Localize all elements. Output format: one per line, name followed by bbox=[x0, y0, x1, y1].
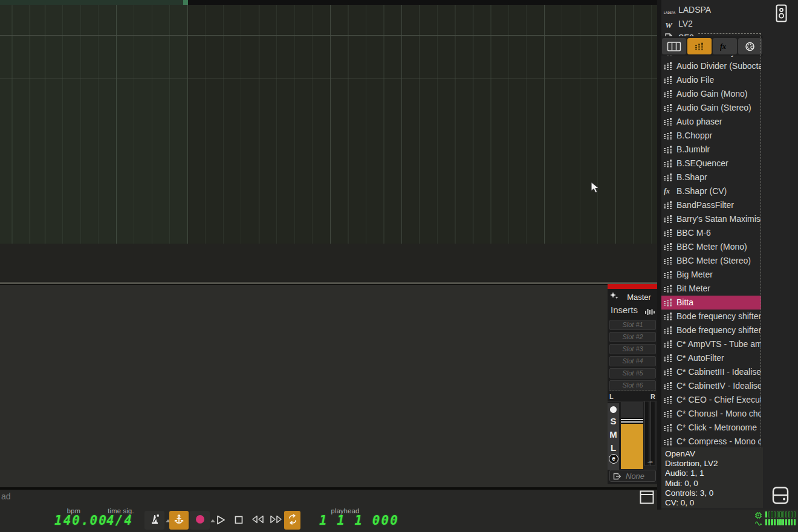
channel-color-bar bbox=[608, 284, 658, 289]
insert-slot[interactable]: Slot #3 bbox=[609, 344, 656, 354]
protocol-list-item[interactable]: W LV2 bbox=[661, 17, 763, 31]
levels-icon bbox=[664, 395, 672, 406]
plugin-list-item[interactable]: BBC Meter (Mono) bbox=[661, 240, 761, 254]
plugin-name: Big Meter bbox=[676, 270, 713, 279]
plugin-list-item[interactable]: B.Shapr bbox=[661, 170, 761, 184]
plugin-list-item[interactable]: Big Meter bbox=[661, 268, 761, 282]
plugin-list-item[interactable]: B.Choppr bbox=[661, 129, 761, 143]
bpm-display[interactable]: 140.00 bbox=[54, 513, 108, 528]
stop-button[interactable] bbox=[233, 514, 244, 528]
plugin-list-item[interactable]: Barry's Satan Maximiser bbox=[661, 212, 761, 226]
protocol-list-item[interactable]: LADSPA LADSPA bbox=[661, 3, 763, 17]
meter-segment bbox=[768, 519, 770, 525]
meter-segment bbox=[782, 511, 784, 517]
insert-slot[interactable]: Slot #5 bbox=[609, 368, 656, 378]
play-button[interactable] bbox=[215, 514, 227, 528]
insert-slot[interactable]: Slot #1 bbox=[609, 320, 656, 330]
plugin-list-item[interactable]: C* AutoFilter bbox=[661, 351, 761, 365]
meter-segment bbox=[765, 519, 767, 525]
meter-segment bbox=[765, 511, 767, 517]
window-icon[interactable] bbox=[640, 490, 655, 507]
meter-segment bbox=[777, 511, 779, 517]
plugin-list-item[interactable]: Audio Gain (Mono) bbox=[661, 87, 761, 101]
plugin-browser-panel: LADSPA LADSPA W LV2 SF2 Artificial laten… bbox=[657, 0, 798, 510]
solo-button[interactable]: S bbox=[608, 416, 619, 426]
browser-tab[interactable]: fx bbox=[713, 38, 737, 54]
levels-icon bbox=[664, 340, 672, 351]
scenes-band: Scenes bbox=[0, 244, 657, 282]
meter-segment bbox=[791, 511, 793, 517]
meter-segment bbox=[768, 511, 770, 517]
plugin-list-item[interactable]: B.SEQuencer bbox=[661, 157, 761, 170]
channel-name[interactable]: Master bbox=[623, 293, 655, 302]
plugin-list-item[interactable]: BBC Meter (Stereo) bbox=[661, 254, 761, 268]
browser-tab[interactable] bbox=[662, 38, 686, 54]
levels-icon bbox=[664, 256, 672, 267]
meter-min-label: -∞ bbox=[647, 459, 652, 465]
plugin-list-item[interactable]: C* CEO - Chief Executive bbox=[661, 393, 761, 407]
panel-resize-handle[interactable] bbox=[657, 0, 661, 510]
record-dropdown-caret[interactable] bbox=[210, 519, 215, 522]
volume-fader[interactable] bbox=[621, 402, 643, 469]
ladspa-icon: LADSPA bbox=[664, 5, 673, 16]
slot-drop-area[interactable] bbox=[609, 390, 656, 391]
loop-button[interactable] bbox=[284, 511, 300, 530]
plugin-info-line: CV: 0, 0 bbox=[665, 498, 763, 508]
levels-icon bbox=[664, 229, 672, 239]
plugin-list-item[interactable]: C* ChorusI - Mono chor bbox=[661, 407, 761, 421]
master-channel-strip[interactable]: Master Inserts Slot #1Slot #2Slot #3Slot… bbox=[608, 285, 658, 484]
plugin-list-item[interactable]: Bit Meter bbox=[661, 282, 761, 296]
plugin-name: BBC M-6 bbox=[676, 228, 711, 238]
snap-anchor-button[interactable] bbox=[169, 511, 189, 530]
svg-text:fx: fx bbox=[664, 187, 670, 195]
rewind-button[interactable] bbox=[250, 514, 265, 527]
plugin-list-item[interactable]: B.Jumblr bbox=[661, 143, 761, 157]
plugin-name: B.Shapr bbox=[676, 172, 707, 182]
record-button[interactable] bbox=[190, 511, 210, 530]
metronome-button[interactable] bbox=[144, 511, 164, 530]
plugin-list-item[interactable]: Audio File bbox=[661, 73, 761, 87]
timesig-display[interactable]: 4/4 bbox=[106, 513, 133, 528]
browser-tab[interactable] bbox=[687, 38, 712, 54]
channel-meters: -∞ bbox=[644, 401, 658, 470]
plugin-list-item[interactable]: C* CabinetIII - Idealised bbox=[661, 365, 761, 379]
fast-forward-button[interactable] bbox=[268, 514, 284, 527]
plugin-name: BBC Meter (Mono) bbox=[676, 242, 747, 251]
insert-slot[interactable]: Slot #2 bbox=[609, 332, 656, 342]
listen-button[interactable]: L bbox=[608, 443, 619, 453]
track-lane-divider bbox=[0, 35, 657, 36]
plugin-list-item[interactable]: Bitta bbox=[661, 296, 761, 310]
plugin-list-item[interactable]: C* AmpVTS - Tube amp bbox=[661, 337, 761, 351]
mixer-panel: Master Inserts Slot #1Slot #2Slot #3Slot… bbox=[0, 285, 661, 487]
insert-slot[interactable]: Slot #4 bbox=[609, 356, 656, 366]
plugin-list-item[interactable]: C* Click - Metronome bbox=[661, 421, 761, 435]
plugin-list-item[interactable]: BandPassFilter bbox=[661, 198, 761, 212]
plugin-name: Audio File bbox=[676, 75, 714, 85]
direct-out-icon bbox=[613, 472, 621, 483]
plugin-list-item[interactable]: fx B.Shapr (CV) bbox=[661, 184, 761, 198]
plugin-name: C* ChorusI - Mono chor bbox=[676, 409, 761, 418]
plugin-list-item[interactable]: C* Compress - Mono co bbox=[661, 435, 761, 449]
plugin-list-item[interactable]: Audio Gain (Stereo) bbox=[661, 101, 761, 115]
timeline-arranger[interactable] bbox=[0, 0, 657, 244]
direct-out-button[interactable]: None bbox=[609, 470, 656, 482]
plugin-list-item[interactable]: BBC M-6 bbox=[661, 226, 761, 240]
mute-button[interactable]: M bbox=[608, 429, 619, 440]
record-arm-button[interactable] bbox=[610, 406, 617, 413]
meter-segment bbox=[788, 511, 790, 517]
plugin-list-item[interactable]: Auto phaser bbox=[661, 115, 761, 129]
levels-icon bbox=[664, 145, 672, 156]
insert-slot[interactable]: Slot #6 bbox=[609, 380, 656, 391]
browser-tab[interactable] bbox=[738, 38, 762, 54]
plugin-list-item[interactable]: Audio Divider (Suboctave bbox=[661, 59, 761, 73]
plugin-list-item[interactable]: C* CabinetIV - Idealised bbox=[661, 379, 761, 393]
playhead-display[interactable]: 1 1 1 000 bbox=[319, 513, 399, 528]
plugin-list-item[interactable]: Bode frequency shifter ( bbox=[661, 323, 761, 337]
levels-icon bbox=[664, 312, 672, 323]
record-icon bbox=[195, 514, 205, 527]
plugin-list-item[interactable]: Bode frequency shifter bbox=[661, 310, 761, 323]
plugin-list[interactable]: Artificial latency Audio Divider (Suboct… bbox=[661, 45, 761, 449]
partial-text: ad bbox=[1, 491, 11, 501]
fader-handle[interactable] bbox=[621, 418, 643, 424]
expand-button[interactable]: e bbox=[609, 454, 618, 464]
